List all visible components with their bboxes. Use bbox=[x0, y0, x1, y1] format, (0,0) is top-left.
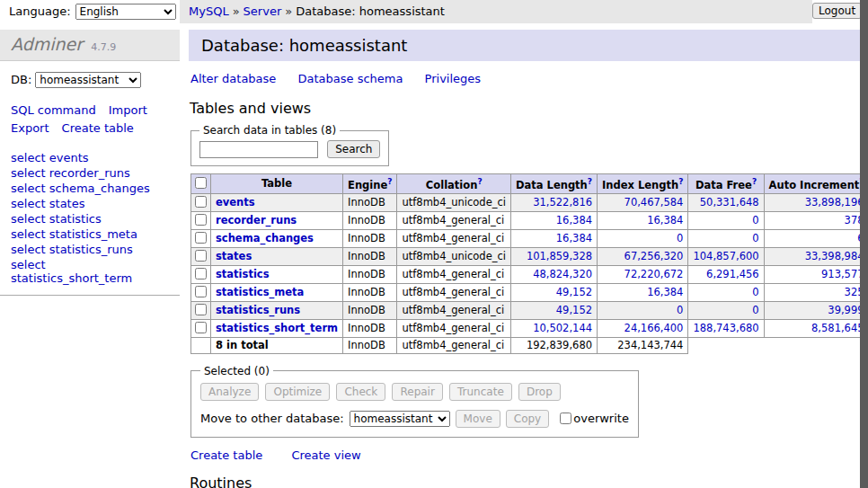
analyze-button[interactable]: Analyze bbox=[200, 383, 259, 401]
row-select-checkbox[interactable] bbox=[195, 214, 207, 226]
data-free-cell: 0 bbox=[688, 283, 764, 301]
auto-increment-cell: 378 bbox=[764, 211, 868, 229]
truncate-button[interactable]: Truncate bbox=[449, 383, 512, 401]
language-select[interactable]: English bbox=[75, 4, 176, 20]
doc-link-icon[interactable]: ? bbox=[752, 177, 757, 186]
engine-cell: InnoDB bbox=[343, 265, 397, 283]
totals-collation-cell: utf8mb4_general_ci bbox=[397, 337, 511, 353]
col-header-data-length: Data Length? bbox=[511, 174, 598, 194]
language-area: Language:English bbox=[0, 0, 180, 23]
scrollbar-thumb[interactable] bbox=[860, 0, 868, 488]
auto-increment-cell: 913,577 bbox=[764, 265, 868, 283]
breadcrumb-link-mysql[interactable]: MySQL bbox=[189, 4, 229, 18]
sidebar-actions: SQL commandImport ExportCreate table bbox=[11, 102, 169, 138]
index-length-cell: 70,467,584 bbox=[598, 193, 688, 211]
sidebar-link-import[interactable]: Import bbox=[109, 103, 147, 117]
search-input[interactable] bbox=[199, 141, 318, 158]
collation-cell: utf8mb4_unicode_ci bbox=[397, 193, 511, 211]
data-length-cell: 101,859,328 bbox=[511, 247, 598, 265]
db-select[interactable]: homeassistant bbox=[35, 72, 141, 88]
move-db-select[interactable]: homeassistant bbox=[350, 411, 450, 427]
sidebar-link-select-events[interactable]: select events bbox=[11, 150, 169, 165]
totals-row: 8 in total InnoDB utf8mb4_general_ci 192… bbox=[191, 337, 868, 353]
auto-increment-cell: 6 bbox=[764, 229, 868, 247]
doc-link-icon[interactable]: ? bbox=[588, 177, 592, 186]
table-name-link[interactable]: recorder_runs bbox=[216, 214, 297, 226]
row-select-checkbox[interactable] bbox=[195, 232, 207, 244]
privileges-link[interactable]: Privileges bbox=[425, 72, 482, 85]
data-free-cell: 6,291,456 bbox=[688, 265, 764, 283]
breadcrumb-link-server[interactable]: Server bbox=[244, 4, 282, 18]
table-name-link[interactable]: statistics_runs bbox=[216, 304, 300, 316]
row-select-checkbox[interactable] bbox=[195, 286, 207, 297]
table-name-link[interactable]: events bbox=[216, 196, 255, 209]
drop-button[interactable]: Drop bbox=[518, 383, 561, 401]
totals-empty-cell bbox=[191, 337, 211, 353]
sidebar-link-select-statistics-meta[interactable]: select statistics_meta bbox=[11, 226, 169, 242]
search-button[interactable]: Search bbox=[327, 140, 380, 158]
table-name-link[interactable]: statistics_short_term bbox=[216, 322, 338, 334]
sidebar-link-sql-command[interactable]: SQL command bbox=[11, 103, 96, 117]
select-all-checkbox[interactable] bbox=[195, 177, 207, 189]
adminer-logo: Adminer bbox=[11, 34, 83, 54]
sidebar-link-select-states[interactable]: select states bbox=[11, 196, 169, 211]
repair-button[interactable]: Repair bbox=[392, 383, 442, 401]
collation-cell: utf8mb4_unicode_ci bbox=[397, 247, 511, 265]
data-length-cell: 31,522,816 bbox=[511, 193, 598, 211]
row-select-checkbox[interactable] bbox=[195, 250, 207, 262]
check-button[interactable]: Check bbox=[336, 383, 385, 401]
database-schema-link[interactable]: Database schema bbox=[298, 72, 403, 85]
page-title: Database: homeassistant bbox=[189, 30, 868, 61]
table-name-link[interactable]: statistics bbox=[216, 268, 270, 280]
data-free-cell: 0 bbox=[688, 211, 764, 229]
overwrite-checkbox[interactable] bbox=[560, 413, 571, 424]
sidebar-link-select-statistics-short-term[interactable]: select statistics_short_term bbox=[11, 257, 169, 286]
breadcrumb-separator: » bbox=[285, 4, 292, 18]
copy-button[interactable]: Copy bbox=[506, 410, 549, 428]
doc-link-icon[interactable]: ? bbox=[678, 177, 683, 186]
sidebar-link-select-recorder-runs[interactable]: select recorder_runs bbox=[11, 165, 169, 181]
logout-button[interactable]: Logout bbox=[812, 3, 862, 19]
create-table-link[interactable]: Create table bbox=[190, 448, 262, 462]
table-name-link[interactable]: schema_changes bbox=[216, 232, 314, 244]
move-row: Move to other database: homeassistant Mo… bbox=[200, 410, 629, 428]
data-length-cell: 49,152 bbox=[511, 301, 598, 319]
search-legend: Search data in tables (8) bbox=[199, 124, 340, 137]
routines-heading: Routines bbox=[190, 475, 868, 488]
table-row-statistics-short-term: statistics_short_term InnoDB utf8mb4_gen… bbox=[191, 319, 868, 337]
selected-fieldset: Selected (0) Analyze Optimize Check Repa… bbox=[190, 365, 639, 438]
sidebar-link-export[interactable]: Export bbox=[11, 121, 49, 135]
create-view-link[interactable]: Create view bbox=[291, 448, 360, 462]
vertical-scrollbar[interactable] bbox=[860, 0, 868, 488]
index-length-cell: 72,220,672 bbox=[598, 265, 688, 283]
sidebar-link-create-table[interactable]: Create table bbox=[62, 121, 134, 135]
table-name-link[interactable]: states bbox=[216, 250, 252, 262]
data-length-cell: 16,384 bbox=[511, 229, 598, 247]
collation-cell: utf8mb4_general_ci bbox=[397, 265, 511, 283]
totals-index-length-cell: 234,143,744 bbox=[598, 337, 688, 353]
alter-database-link[interactable]: Alter database bbox=[190, 72, 276, 85]
engine-cell: InnoDB bbox=[343, 301, 397, 319]
sidebar-link-select-statistics[interactable]: select statistics bbox=[11, 211, 169, 226]
sidebar-link-select-schema-changes[interactable]: select schema_changes bbox=[11, 181, 169, 196]
row-select-checkbox[interactable] bbox=[195, 322, 207, 333]
totals-label: 8 in total bbox=[211, 337, 343, 353]
language-label: Language: bbox=[9, 4, 71, 18]
collation-cell: utf8mb4_general_ci bbox=[397, 319, 511, 337]
table-name-link[interactable]: statistics_meta bbox=[216, 286, 304, 298]
row-select-checkbox[interactable] bbox=[195, 304, 207, 315]
optimize-button[interactable]: Optimize bbox=[265, 383, 330, 401]
totals-data-length-cell: 192,839,680 bbox=[511, 337, 598, 353]
move-button[interactable]: Move bbox=[456, 410, 500, 428]
doc-link-icon[interactable]: ? bbox=[387, 177, 392, 186]
table-row-recorder-runs: recorder_runs InnoDB utf8mb4_general_ci … bbox=[191, 211, 868, 229]
select-all-cell bbox=[191, 174, 211, 194]
engine-cell: InnoDB bbox=[343, 211, 397, 229]
selected-legend: Selected (0) bbox=[200, 365, 273, 377]
sidebar-body: DB:homeassistant SQL commandImport Expor… bbox=[0, 61, 180, 296]
app-header: Adminer 4.7.9 bbox=[0, 30, 180, 61]
sidebar-link-select-statistics-runs[interactable]: select statistics_runs bbox=[11, 242, 169, 257]
row-select-checkbox[interactable] bbox=[195, 268, 207, 279]
row-select-checkbox[interactable] bbox=[195, 196, 207, 208]
doc-link-icon[interactable]: ? bbox=[477, 177, 482, 186]
